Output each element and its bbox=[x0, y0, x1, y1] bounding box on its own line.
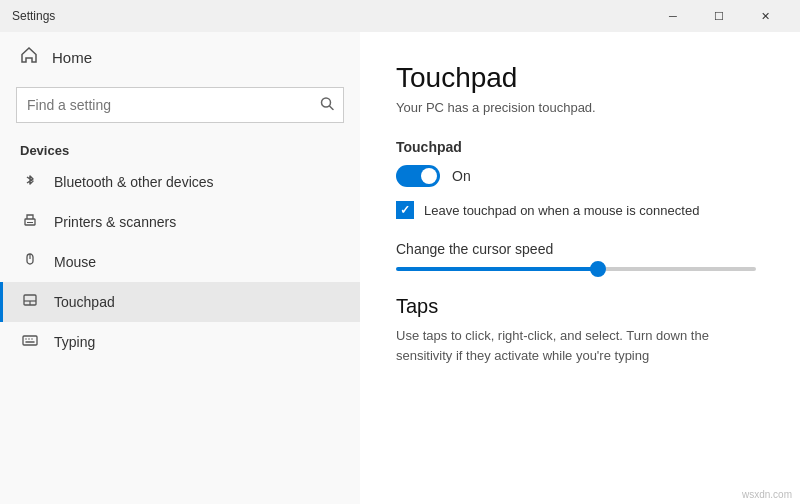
touchpad-icon bbox=[20, 292, 40, 312]
close-button[interactable]: ✕ bbox=[742, 0, 788, 32]
sidebar-section-label: Devices bbox=[0, 135, 360, 162]
titlebar-title: Settings bbox=[12, 9, 650, 23]
checkmark-icon: ✓ bbox=[400, 203, 410, 217]
minimize-button[interactable]: ─ bbox=[650, 0, 696, 32]
touchpad-toggle-row: On bbox=[396, 165, 764, 187]
slider-label: Change the cursor speed bbox=[396, 241, 764, 257]
sidebar-home-item[interactable]: Home bbox=[0, 32, 360, 83]
sidebar-item-bluetooth-label: Bluetooth & other devices bbox=[54, 174, 214, 190]
app-window: Home Devices Bluetooth & other devices bbox=[0, 32, 800, 504]
checkbox-row: ✓ Leave touchpad on when a mouse is conn… bbox=[396, 201, 764, 219]
sidebar-item-touchpad-label: Touchpad bbox=[54, 294, 115, 310]
content-area: Touchpad Your PC has a precision touchpa… bbox=[360, 32, 800, 504]
sidebar-item-touchpad[interactable]: Touchpad bbox=[0, 282, 360, 322]
page-subtitle: Your PC has a precision touchpad. bbox=[396, 100, 764, 115]
sidebar: Home Devices Bluetooth & other devices bbox=[0, 32, 360, 504]
maximize-button[interactable]: ☐ bbox=[696, 0, 742, 32]
bluetooth-icon bbox=[20, 172, 40, 192]
cursor-speed-slider[interactable] bbox=[396, 267, 756, 271]
taps-title: Taps bbox=[396, 295, 764, 318]
sidebar-item-typing[interactable]: Typing bbox=[0, 322, 360, 362]
sidebar-item-printers-label: Printers & scanners bbox=[54, 214, 176, 230]
sidebar-item-mouse-label: Mouse bbox=[54, 254, 96, 270]
toggle-on-label: On bbox=[452, 168, 471, 184]
leave-touchpad-checkbox[interactable]: ✓ bbox=[396, 201, 414, 219]
mouse-icon bbox=[20, 252, 40, 272]
search-icon bbox=[320, 97, 334, 114]
touchpad-section-label: Touchpad bbox=[396, 139, 764, 155]
slider-thumb bbox=[590, 261, 606, 277]
watermark: wsxdn.com bbox=[742, 489, 792, 500]
touchpad-toggle[interactable] bbox=[396, 165, 440, 187]
search-input[interactable] bbox=[16, 87, 344, 123]
home-icon bbox=[20, 46, 38, 69]
taps-description: Use taps to click, right-click, and sele… bbox=[396, 326, 764, 365]
sidebar-item-typing-label: Typing bbox=[54, 334, 95, 350]
svg-line-1 bbox=[330, 106, 334, 110]
titlebar: Settings ─ ☐ ✕ bbox=[0, 0, 800, 32]
sidebar-item-mouse[interactable]: Mouse bbox=[0, 242, 360, 282]
checkbox-label: Leave touchpad on when a mouse is connec… bbox=[424, 203, 699, 218]
toggle-thumb bbox=[421, 168, 437, 184]
search-box bbox=[16, 87, 344, 123]
sidebar-item-printers[interactable]: Printers & scanners bbox=[0, 202, 360, 242]
typing-icon bbox=[20, 332, 40, 352]
printer-icon bbox=[20, 212, 40, 232]
home-label: Home bbox=[52, 49, 92, 66]
svg-rect-9 bbox=[23, 336, 37, 345]
page-title: Touchpad bbox=[396, 62, 764, 94]
sidebar-item-bluetooth[interactable]: Bluetooth & other devices bbox=[0, 162, 360, 202]
svg-rect-3 bbox=[27, 222, 33, 223]
slider-section: Change the cursor speed bbox=[396, 241, 764, 271]
titlebar-controls: ─ ☐ ✕ bbox=[650, 0, 788, 32]
